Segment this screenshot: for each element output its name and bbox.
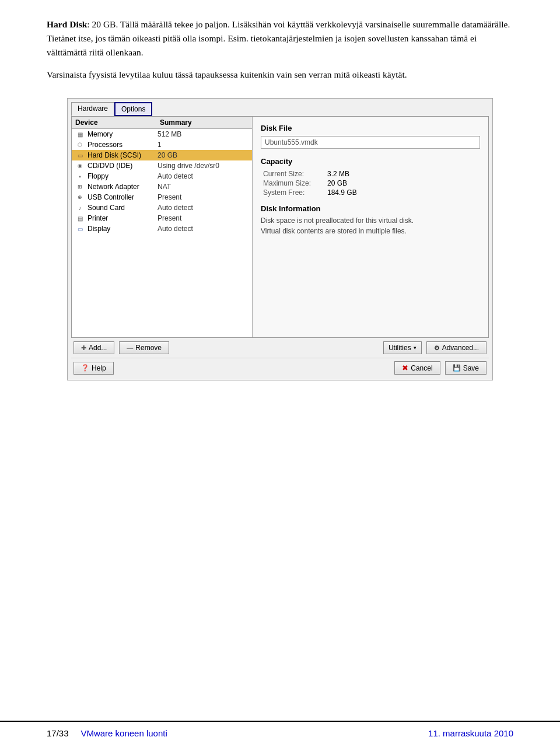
remove-icon: — (127, 344, 133, 351)
utilities-chevron-icon: ▾ (414, 345, 416, 351)
maximum-size-label: Maximum Size: (261, 179, 325, 188)
device-row-printer[interactable]: Printer Present (72, 213, 252, 223)
device-name-cdvd: CD/DVD (IDE) (88, 162, 158, 170)
display-icon (75, 225, 85, 233)
current-size-label: Current Size: (261, 169, 325, 179)
device-summary-cdvd: Using drive /dev/sr0 (158, 162, 219, 170)
right-panel: Disk File Capacity Current Size: 3.2 MB … (253, 117, 488, 337)
capacity-table: Current Size: 3.2 MB Maximum Size: 20 GB… (261, 169, 480, 197)
cancel-button[interactable]: ✖ Cancel (394, 361, 440, 375)
maximum-size-value: 20 GB (325, 179, 480, 188)
device-list: Memory 512 MB Processors 1 Hard Disk (72, 129, 252, 234)
device-summary-memory: 512 MB (158, 130, 181, 138)
help-label: Help (92, 364, 106, 372)
maximum-size-row: Maximum Size: 20 GB (261, 179, 480, 188)
cdrom-icon (75, 162, 85, 170)
help-icon: ❓ (81, 364, 89, 372)
advanced-button[interactable]: ⚙ Advanced... (426, 341, 487, 354)
footer-section-label: VMware koneen luonti (80, 728, 167, 738)
disk-info-section: Disk space is not preallocated for this … (261, 216, 480, 235)
remove-label: Remove (135, 344, 162, 352)
dialog-tabs: Hardware Options (71, 102, 489, 116)
memory-icon (75, 130, 85, 138)
device-summary-sound: Auto detect (158, 204, 193, 212)
device-name-usb: USB Controller (88, 193, 158, 201)
disk-info-line2: Virtual disk contents are stored in mult… (261, 227, 480, 235)
device-row-processors[interactable]: Processors 1 (72, 139, 252, 150)
footer-right-buttons: Utilities ▾ ⚙ Advanced... (383, 341, 487, 354)
device-name-network: Network Adapter (88, 183, 158, 191)
add-button[interactable]: ✚ Add... (74, 341, 114, 354)
printer-icon (75, 214, 85, 222)
advanced-label: Advanced... (442, 344, 479, 352)
device-row-network[interactable]: Network Adapter NAT (72, 181, 252, 192)
device-row-memory[interactable]: Memory 512 MB (72, 129, 252, 139)
save-icon: 💾 (453, 364, 461, 372)
current-size-value: 3.2 MB (325, 169, 480, 179)
help-area: ❓ Help (74, 362, 114, 375)
tab-hardware[interactable]: Hardware (71, 102, 114, 116)
body-text: Hard Disk: 20 GB. Tällä määrällä tekee j… (47, 18, 513, 82)
footer-page-info: 17/33 VMware koneen luonti (47, 728, 167, 738)
device-name-printer: Printer (88, 214, 158, 222)
advanced-icon: ⚙ (434, 344, 440, 352)
sound-icon (75, 204, 85, 212)
add-icon: ✚ (81, 344, 86, 352)
network-icon (75, 183, 85, 191)
disk-info-title: Disk Information (261, 204, 480, 213)
disk-file-input[interactable] (261, 136, 480, 149)
device-row-display[interactable]: Display Auto detect (72, 223, 252, 234)
save-label: Save (463, 364, 479, 372)
device-name-harddisk: Hard Disk (SCSI) (88, 151, 158, 159)
save-cancel-area: ✖ Cancel 💾 Save (394, 361, 487, 375)
device-row-sound[interactable]: Sound Card Auto detect (72, 202, 252, 213)
col-summary-header: Summary (160, 118, 192, 127)
device-name-sound: Sound Card (88, 204, 158, 212)
add-label: Add... (89, 344, 107, 352)
device-summary-printer: Present (158, 214, 181, 222)
paragraph-2: Varsinaista fyysistä levytilaa kuluu täs… (47, 68, 513, 82)
dialog-body: Device Summary Memory 512 MB (71, 116, 489, 338)
device-summary-network: NAT (158, 183, 171, 191)
cancel-icon: ✖ (402, 364, 408, 372)
device-name-memory: Memory (88, 130, 158, 138)
save-button[interactable]: 💾 Save (445, 361, 487, 375)
vmware-dialog: Hardware Options Device Summary Memory (67, 98, 493, 380)
cancel-label: Cancel (411, 364, 432, 372)
help-button[interactable]: ❓ Help (74, 362, 114, 375)
device-name-processors: Processors (88, 141, 158, 149)
floppy-icon (75, 172, 85, 180)
footer-date: 11. marraskuuta 2010 (428, 728, 513, 738)
device-row-cdvd[interactable]: CD/DVD (IDE) Using drive /dev/sr0 (72, 160, 252, 171)
system-free-label: System Free: (261, 188, 325, 197)
dialog-inner-footer: ✚ Add... — Remove Utilities ▾ ⚙ (71, 338, 489, 355)
device-row-floppy[interactable]: Floppy Auto detect (72, 171, 252, 181)
remove-button[interactable]: — Remove (119, 341, 169, 354)
utilities-button[interactable]: Utilities ▾ (383, 341, 422, 354)
paragraph-1: Hard Disk: 20 GB. Tällä määrällä tekee j… (47, 18, 513, 60)
page-number: 17/33 (47, 728, 69, 738)
device-name-floppy: Floppy (88, 172, 158, 180)
current-size-row: Current Size: 3.2 MB (261, 169, 480, 179)
device-panel: Device Summary Memory 512 MB (72, 117, 253, 337)
capacity-title: Capacity (261, 157, 480, 166)
dialog-box: Hardware Options Device Summary Memory (67, 98, 493, 380)
system-free-value: 184.9 GB (325, 188, 480, 197)
disk-file-title: Disk File (261, 124, 480, 132)
device-row-harddisk[interactable]: Hard Disk (SCSI) 20 GB (72, 150, 252, 160)
tab-options[interactable]: Options (114, 102, 152, 116)
device-name-display: Display (88, 225, 158, 233)
page-footer: 17/33 VMware koneen luonti 11. marraskuu… (0, 721, 560, 744)
device-table-header: Device Summary (72, 117, 252, 129)
footer-left-buttons: ✚ Add... — Remove (74, 341, 169, 354)
system-free-row: System Free: 184.9 GB (261, 188, 480, 197)
device-summary-display: Auto detect (158, 225, 193, 233)
device-summary-harddisk: 20 GB (158, 151, 177, 159)
device-row-usb[interactable]: USB Controller Present (72, 192, 252, 202)
disk-info-line1: Disk space is not preallocated for this … (261, 216, 480, 225)
usb-icon (75, 193, 85, 201)
processor-icon (75, 141, 85, 149)
utilities-label: Utilities (388, 344, 411, 352)
hard-disk-bold: Hard Disk (47, 19, 87, 29)
col-device-header: Device (75, 118, 160, 127)
